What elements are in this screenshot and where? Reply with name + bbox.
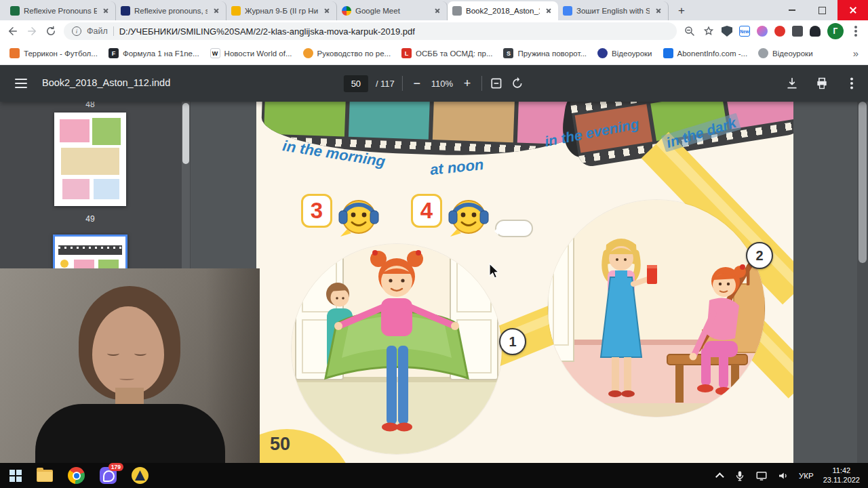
fit-to-page-icon[interactable] xyxy=(490,77,503,90)
url-field[interactable]: i Файл D:/УЧЕБНИКИ/SMILING%20SAM/2/2-kla… xyxy=(64,22,677,40)
new-tab-button[interactable]: + xyxy=(673,2,690,20)
download-icon[interactable] xyxy=(785,77,799,90)
mini-filmstrip xyxy=(58,245,122,255)
url-path-text: D:/УЧЕБНИКИ/SMILING%20SAM/2/2-klas-angli… xyxy=(119,26,415,37)
browser-menu-icon[interactable] xyxy=(854,30,857,33)
bookmark-item[interactable]: Відеоуроки xyxy=(597,48,652,58)
pdf-scrollbar-thumb[interactable] xyxy=(859,102,867,263)
tab-zoshyt-english[interactable]: Зошит English with S xyxy=(558,1,669,20)
bookmarks-overflow-icon[interactable]: » xyxy=(853,47,859,59)
bookmark-favicon xyxy=(9,48,20,58)
window-close-button[interactable] xyxy=(837,0,868,20)
language-indicator[interactable]: УКР xyxy=(799,472,814,480)
tab-close-icon[interactable] xyxy=(101,6,111,16)
bookmark-favicon: L xyxy=(401,48,412,58)
thumbnail-page-49[interactable] xyxy=(54,113,126,206)
bookmark-item[interactable]: SПружина поворот... xyxy=(503,48,587,58)
bookmark-star-icon[interactable] xyxy=(703,25,715,37)
listening-smiley-icon xyxy=(443,190,494,240)
zoom-out-button[interactable]: − xyxy=(410,77,424,91)
url-scheme-label: Файл xyxy=(87,26,108,36)
tab-favicon xyxy=(10,6,20,16)
toolbar-divider xyxy=(481,76,482,91)
tab-close-icon[interactable] xyxy=(433,6,442,16)
bookmarks-bar: Террикон - Футбол... FФормула 1 на F1ne.… xyxy=(0,42,868,65)
reload-icon[interactable] xyxy=(45,25,57,37)
extension-shield-icon[interactable] xyxy=(722,26,732,37)
bookmark-label: ОСББ та ОСМД: пр... xyxy=(416,49,492,58)
extensions-puzzle-icon[interactable] xyxy=(792,26,803,37)
pdf-scrollbar[interactable] xyxy=(857,102,868,463)
tab-close-icon[interactable] xyxy=(322,6,332,16)
print-icon[interactable] xyxy=(815,77,829,90)
window-controls xyxy=(776,0,868,20)
clock-time: 11:42 xyxy=(823,466,860,476)
bookmark-item[interactable]: Відеоуроки xyxy=(758,48,812,58)
exercise-3-number: 3 xyxy=(301,194,332,228)
system-tray: УКР 11:42 23.11.2022 xyxy=(718,466,868,485)
tab-close-icon[interactable] xyxy=(544,6,553,16)
chrome-icon[interactable] xyxy=(68,467,85,484)
bookmark-item[interactable]: Террикон - Футбол... xyxy=(9,48,98,58)
volume-icon[interactable] xyxy=(777,470,789,482)
speech-bubble xyxy=(495,220,533,237)
page-number-input[interactable]: 50 xyxy=(344,75,368,92)
webcam-person-face xyxy=(92,306,164,394)
taskbar-clock[interactable]: 11:42 23.11.2022 xyxy=(823,466,860,485)
notification-badge: 179 xyxy=(108,463,123,471)
tab-zhurnal[interactable]: Журнал 9-Б (ІІ гр Ни xyxy=(226,1,337,20)
network-icon[interactable] xyxy=(755,470,768,482)
forward-icon[interactable] xyxy=(26,25,38,37)
extension-red-icon[interactable] xyxy=(774,26,785,37)
tab-book2-pdf-active[interactable]: Book2_2018_Aston_1 xyxy=(448,1,558,20)
zoom-in-button[interactable]: + xyxy=(460,77,474,91)
bookmark-item[interactable]: AbonentInfo.com -... xyxy=(663,48,748,58)
pdf-menu-icon[interactable] xyxy=(15,79,27,88)
zoom-level-label[interactable]: 110% xyxy=(431,79,453,89)
pdf-favicon xyxy=(452,6,462,16)
file-explorer-icon[interactable] xyxy=(37,470,53,482)
tab-close-icon[interactable] xyxy=(654,6,663,16)
back-icon[interactable] xyxy=(7,25,19,37)
extension-new-icon[interactable]: New xyxy=(739,26,750,37)
bookmark-item[interactable]: LОСББ та ОСМД: пр... xyxy=(401,48,492,58)
tab-favicon xyxy=(121,6,130,16)
file-info-icon[interactable]: i xyxy=(72,26,81,36)
extension-person-icon[interactable] xyxy=(810,26,821,37)
tab-google-meet[interactable]: Google Meet xyxy=(337,1,448,20)
messenger-app-icon[interactable]: 179 xyxy=(100,467,117,484)
bookmark-favicon xyxy=(663,48,673,58)
bookmark-label: Відеоуроки xyxy=(612,49,652,58)
scene-2-badge: 2 xyxy=(746,242,773,269)
extension-pink-icon[interactable] xyxy=(757,26,768,37)
tab-reflexive-pronouns-se[interactable]: Reflexive pronouns, se xyxy=(116,1,226,20)
scene-2-circle xyxy=(548,200,765,417)
exercise-4-number: 4 xyxy=(411,194,442,228)
window-maximize-button[interactable] xyxy=(807,0,837,20)
bookmark-label: Відеоуроки xyxy=(772,49,812,58)
bookmark-item[interactable]: WНовости World of... xyxy=(210,48,292,58)
tab-label: Зошит English with S xyxy=(576,7,650,15)
tray-expand-icon[interactable] xyxy=(715,472,724,481)
scene-2-girl-shoes-illustration xyxy=(548,200,765,417)
window-minimize-button[interactable] xyxy=(776,0,807,20)
pdf-more-options-icon[interactable] xyxy=(850,82,853,85)
tab-label: Журнал 9-Б (ІІ гр Ни xyxy=(245,7,318,15)
bookmark-item[interactable]: Руководство по ре... xyxy=(303,48,391,58)
pdf-page-controls: 50 / 117 − 110% + xyxy=(344,65,524,102)
bookmark-item[interactable]: FФормула 1 на F1ne... xyxy=(108,48,199,58)
yellow-app-icon[interactable] xyxy=(132,467,149,484)
start-button[interactable] xyxy=(9,470,22,482)
bookmark-favicon: S xyxy=(503,48,513,58)
zoom-indicator-icon[interactable] xyxy=(684,25,696,37)
sidebar-scrollbar-thumb[interactable] xyxy=(182,103,189,164)
pdf-toolbar: Book2_2018_Aston_112.indd 50 / 117 − 110… xyxy=(0,65,868,102)
microphone-icon[interactable] xyxy=(734,470,746,482)
rotate-icon[interactable] xyxy=(511,77,524,90)
tab-close-icon[interactable] xyxy=(212,6,221,16)
toolbar-divider xyxy=(402,76,403,91)
bookmark-label: Формула 1 на F1ne... xyxy=(123,49,199,58)
tab-reflexive-pronouns-ex[interactable]: Reflexive Pronouns Ex xyxy=(5,1,116,20)
profile-avatar[interactable]: Г xyxy=(827,23,844,39)
clock-date: 23.11.2022 xyxy=(823,476,860,485)
